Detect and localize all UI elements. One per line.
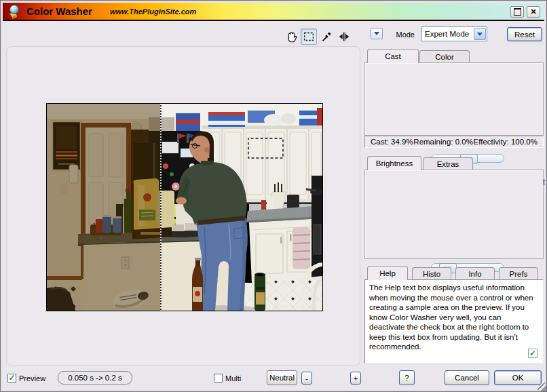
cast-status-bar: Cast: 34.9% Remaining: 0.0% Effectivity:… bbox=[364, 136, 544, 148]
chevron-down-icon[interactable] bbox=[474, 28, 486, 40]
zoom-in-button[interactable]: + bbox=[350, 372, 361, 385]
tab-cast[interactable]: Cast bbox=[367, 49, 419, 63]
tab-extras[interactable]: Extras bbox=[423, 157, 473, 170]
pan-tool-button[interactable] bbox=[283, 28, 299, 45]
help-text-box: The Help text box displays useful inform… bbox=[364, 279, 544, 364]
render-time-box: 0.050 s -> 0.2 s bbox=[58, 371, 132, 385]
check-icon: ✓ bbox=[529, 350, 536, 357]
close-icon: ✕ bbox=[530, 7, 536, 16]
tab-color[interactable]: Color bbox=[419, 50, 470, 63]
hand-icon bbox=[284, 30, 298, 43]
render-time: 0.050 s -> 0.2 s bbox=[68, 374, 122, 382]
multi-checkbox[interactable] bbox=[214, 374, 223, 383]
restore-icon bbox=[514, 8, 521, 16]
marquee-icon bbox=[302, 30, 316, 43]
tab-brightness[interactable]: Brightness bbox=[367, 156, 421, 170]
kitchen-photo bbox=[47, 104, 322, 311]
split-compare-icon bbox=[337, 30, 351, 43]
title-bar[interactable]: Color Washer www.ThePluginSite.com bbox=[3, 3, 544, 21]
reset-button[interactable]: Reset bbox=[507, 27, 542, 41]
effectivity-percentage: Effectivity: 100.0% bbox=[474, 138, 537, 146]
help-button[interactable]: ? bbox=[399, 370, 415, 385]
preview-label: Preview bbox=[19, 374, 45, 383]
neutral-button[interactable]: Neutral bbox=[267, 370, 297, 385]
tab-info[interactable]: Info bbox=[455, 267, 495, 280]
preview-checkbox[interactable]: ✓ bbox=[7, 374, 16, 383]
help-text: The Help text box displays useful inform… bbox=[369, 283, 533, 351]
tab-help[interactable]: Help bbox=[367, 266, 408, 280]
split-view-tool-button[interactable] bbox=[336, 28, 352, 45]
cancel-button[interactable]: Cancel bbox=[445, 370, 489, 385]
brightness-group-box bbox=[364, 170, 544, 259]
mode-select[interactable]: Expert Mode bbox=[421, 26, 487, 41]
remaining-percentage: Remaining: 0.0% bbox=[413, 138, 473, 146]
window-subtitle: www.ThePluginSite.com bbox=[110, 7, 196, 16]
green-bottle bbox=[254, 273, 265, 311]
zoom-out-button[interactable]: - bbox=[301, 372, 312, 385]
eyedropper-icon bbox=[320, 30, 333, 43]
mode-value: Expert Mode bbox=[425, 30, 469, 38]
multi-label: Multi bbox=[225, 374, 241, 383]
help-update-checkbox[interactable]: ✓ bbox=[528, 349, 537, 358]
maximize-button[interactable] bbox=[510, 6, 524, 18]
preview-image[interactable] bbox=[46, 103, 323, 311]
hanging-towel bbox=[293, 227, 310, 269]
mode-label: Mode bbox=[374, 31, 415, 39]
tab-prefs[interactable]: Prefs bbox=[499, 267, 538, 280]
tab-histo[interactable]: Histo bbox=[412, 267, 451, 280]
cast-group-box bbox=[364, 62, 544, 136]
check-icon: ✓ bbox=[8, 374, 15, 381]
color-washer-dialog: Color Washer www.ThePluginSite.com ✕ bbox=[0, 0, 547, 392]
color-picker-tool-button[interactable] bbox=[318, 28, 335, 45]
select-area-tool-button[interactable] bbox=[301, 28, 317, 45]
app-logo-icon bbox=[7, 4, 22, 19]
window-title: Color Washer bbox=[26, 5, 92, 17]
ok-button[interactable]: OK bbox=[494, 370, 542, 385]
resize-grip[interactable] bbox=[537, 383, 546, 391]
close-button[interactable]: ✕ bbox=[527, 6, 540, 18]
cast-percentage: Cast: 34.9% bbox=[371, 138, 413, 146]
